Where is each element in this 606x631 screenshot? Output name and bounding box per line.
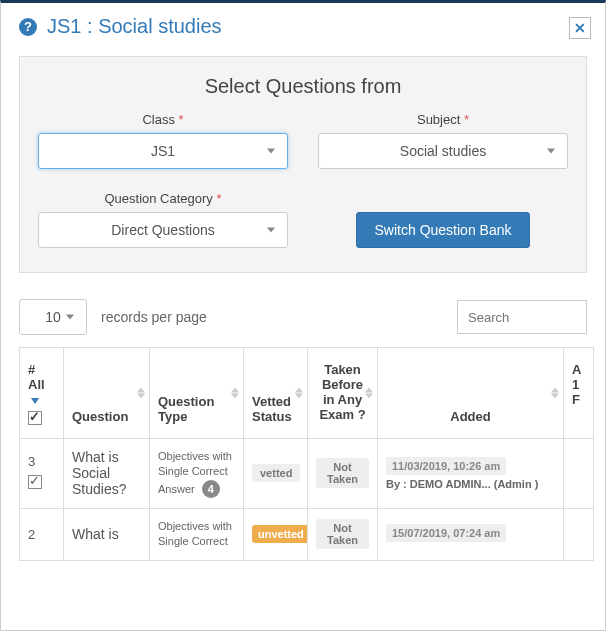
taken-badge: Not Taken bbox=[316, 458, 369, 488]
page-size-value: 10 bbox=[45, 309, 61, 325]
taken-cell: Not Taken bbox=[308, 439, 378, 509]
page-size-select[interactable]: 10 bbox=[19, 299, 87, 335]
vetted-cell: vetted bbox=[244, 439, 308, 509]
close-icon: ✕ bbox=[574, 20, 586, 36]
vetted-cell: unvetted bbox=[244, 508, 308, 560]
category-select[interactable]: Direct Questions bbox=[38, 212, 288, 248]
table-row: 2 What is Objectives with Single Correct… bbox=[20, 508, 594, 560]
questions-table: # All Question Question Type Vetted Stat… bbox=[19, 347, 594, 561]
subject-select[interactable]: Social studies bbox=[318, 133, 568, 169]
row-number-cell: 3 bbox=[20, 439, 64, 509]
extra-cell bbox=[564, 439, 594, 509]
help-icon[interactable]: ? bbox=[19, 18, 37, 36]
taken-cell: Not Taken bbox=[308, 508, 378, 560]
added-cell: 11/03/2019, 10:26 am By : DEMO ADMIN... … bbox=[378, 439, 564, 509]
question-cell: What is bbox=[64, 508, 150, 560]
type-cell: Objectives with Single Correct bbox=[150, 508, 244, 560]
vetted-badge: vetted bbox=[252, 464, 300, 482]
category-label: Question Category * bbox=[38, 191, 288, 206]
table-controls: 10 records per page bbox=[19, 299, 587, 335]
switch-question-bank-button[interactable]: Switch Question Bank bbox=[356, 212, 531, 248]
class-label: Class * bbox=[38, 112, 288, 127]
table-row: 3 What is Social Studies? Objectives wit… bbox=[20, 439, 594, 509]
sort-down-icon bbox=[31, 398, 39, 404]
category-select-value: Direct Questions bbox=[111, 222, 214, 238]
chevron-down-icon bbox=[267, 228, 275, 233]
unvetted-badge: unvetted bbox=[252, 525, 308, 543]
col-number[interactable]: # All bbox=[20, 348, 64, 439]
page-title: JS1 : Social studies bbox=[47, 15, 222, 38]
col-question[interactable]: Question bbox=[64, 348, 150, 439]
chevron-down-icon bbox=[547, 149, 555, 154]
class-select[interactable]: JS1 bbox=[38, 133, 288, 169]
col-extra[interactable]: A1F bbox=[564, 348, 594, 439]
select-all-checkbox[interactable] bbox=[28, 411, 42, 425]
search-input[interactable] bbox=[457, 300, 587, 334]
subject-select-value: Social studies bbox=[400, 143, 486, 159]
subject-label: Subject * bbox=[318, 112, 568, 127]
count-badge: 4 bbox=[202, 480, 220, 498]
chevron-down-icon bbox=[267, 149, 275, 154]
extra-cell bbox=[564, 508, 594, 560]
taken-badge: Not Taken bbox=[316, 519, 369, 549]
modal: ? JS1 : Social studies ✕ Select Question… bbox=[0, 0, 606, 631]
row-number-cell: 2 bbox=[20, 508, 64, 560]
chevron-down-icon bbox=[66, 315, 74, 320]
filter-panel: Select Questions from Class * JS1 Subjec… bbox=[19, 56, 587, 273]
added-cell: 15/07/2019, 07:24 am bbox=[378, 508, 564, 560]
col-vetted[interactable]: Vetted Status bbox=[244, 348, 308, 439]
panel-title: Select Questions from bbox=[38, 75, 568, 98]
row-checkbox[interactable] bbox=[28, 475, 42, 489]
col-type[interactable]: Question Type bbox=[150, 348, 244, 439]
col-taken[interactable]: Taken Before in Any Exam ? bbox=[308, 348, 378, 439]
modal-header: ? JS1 : Social studies ✕ bbox=[1, 3, 605, 56]
close-button[interactable]: ✕ bbox=[569, 17, 591, 39]
records-per-page-label: records per page bbox=[101, 309, 207, 325]
question-cell: What is Social Studies? bbox=[64, 439, 150, 509]
class-select-value: JS1 bbox=[151, 143, 175, 159]
col-added[interactable]: Added bbox=[378, 348, 564, 439]
type-cell: Objectives with Single Correct Answer 4 bbox=[150, 439, 244, 509]
